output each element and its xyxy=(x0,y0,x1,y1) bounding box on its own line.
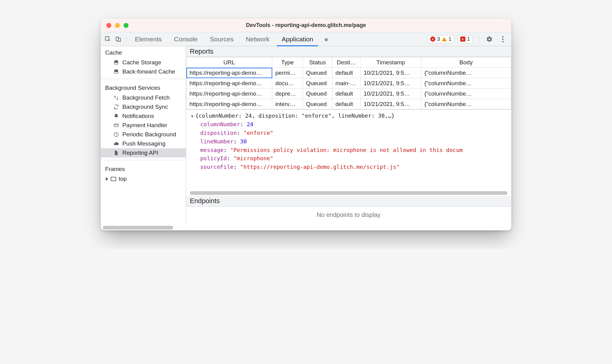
cell-type: interv… xyxy=(272,99,303,109)
inspect-element-icon[interactable] xyxy=(103,32,113,46)
col-destination[interactable]: Desti… xyxy=(332,57,361,68)
cell-type: docu… xyxy=(272,78,303,89)
sidebar-item-notifications[interactable]: Notifications xyxy=(101,112,186,121)
cell-type: permi… xyxy=(272,68,303,78)
settings-icon[interactable] xyxy=(484,36,495,43)
sidebar-item-label: Cache Storage xyxy=(122,59,161,66)
sidebar-item-label: Periodic Background xyxy=(122,131,176,138)
svg-rect-2 xyxy=(118,38,120,41)
cell-body: {"columnNumbe… xyxy=(421,68,511,78)
cell-type: depre… xyxy=(272,89,303,99)
cell-destination: main-… xyxy=(332,78,361,89)
titlebar: DevTools - reporting-api-demo.glitch.me/… xyxy=(101,19,511,32)
cell-status: Queued xyxy=(303,68,332,78)
panel-tabs: Elements Console Sources Network Applica… xyxy=(129,32,333,46)
svg-rect-1 xyxy=(116,37,118,41)
svg-point-4 xyxy=(502,38,503,40)
reports-table: URL Type Status Desti… Timestamp Body ht… xyxy=(186,57,511,109)
tab-sources[interactable]: Sources xyxy=(204,32,240,46)
sidebar-item-cache-storage[interactable]: Cache Storage xyxy=(101,58,186,67)
more-tabs-icon[interactable] xyxy=(319,32,333,46)
credit-card-icon xyxy=(113,122,119,128)
horizontal-scrollbar[interactable] xyxy=(186,190,511,196)
issues-count: 1 xyxy=(467,36,470,42)
cell-url: https://reporting-api-demo… xyxy=(186,78,272,89)
section-cache: Cache xyxy=(101,46,186,58)
sidebar-item-label: Background Fetch xyxy=(122,94,170,101)
col-timestamp[interactable]: Timestamp xyxy=(361,57,421,68)
sidebar-item-label: Notifications xyxy=(122,113,154,119)
sidebar-item-frame-top[interactable]: top xyxy=(101,174,186,184)
tab-console[interactable]: Console xyxy=(168,32,204,46)
col-url[interactable]: URL xyxy=(186,57,272,68)
devtools-window: DevTools - reporting-api-demo.glitch.me/… xyxy=(101,18,511,230)
cell-timestamp: 10/21/2021, 9:5… xyxy=(361,68,421,78)
console-errors-badge[interactable]: × 3 1 xyxy=(427,35,454,43)
scrollbar-thumb[interactable] xyxy=(103,226,173,229)
cloud-icon xyxy=(113,141,119,147)
sidebar-item-background-sync[interactable]: Background Sync xyxy=(101,102,186,112)
cell-timestamp: 10/21/2021, 9:5… xyxy=(361,89,421,99)
scrollbar-thumb[interactable] xyxy=(190,191,507,195)
sidebar-item-payment-handler[interactable]: Payment Handler xyxy=(101,121,186,130)
tab-application[interactable]: Application xyxy=(276,32,319,46)
cell-url: https://reporting-api-demo… xyxy=(186,68,272,78)
sidebar-scrollbar[interactable] xyxy=(101,225,511,230)
sidebar-item-background-fetch[interactable]: Background Fetch xyxy=(101,93,186,102)
sidebar-item-label: top xyxy=(119,176,127,182)
errors-count: 3 xyxy=(437,36,440,42)
cell-status: Queued xyxy=(303,78,332,89)
status-badges: × 3 1 × 1 xyxy=(427,32,509,46)
issues-badge[interactable]: × 1 xyxy=(457,35,473,43)
tab-elements[interactable]: Elements xyxy=(129,32,168,46)
sidebar-item-label: Push Messaging xyxy=(122,140,165,147)
endpoints-empty-state: No endpoints to display xyxy=(186,207,511,225)
report-body-viewer[interactable]: ▼{columnNumber: 24, disposition: "enforc… xyxy=(186,109,511,190)
col-status[interactable]: Status xyxy=(303,57,332,68)
devtools-tabbar: Elements Console Sources Network Applica… xyxy=(101,32,511,46)
col-type[interactable]: Type xyxy=(272,57,303,68)
main-split: Cache Cache Storage Back-forward Cache B… xyxy=(101,46,511,225)
cell-timestamp: 10/21/2021, 9:5… xyxy=(361,99,421,109)
bell-icon xyxy=(113,113,119,119)
table-row[interactable]: https://reporting-api-demo…interv…Queued… xyxy=(186,99,511,109)
table-row[interactable]: https://reporting-api-demo…docu…Queuedma… xyxy=(186,78,511,89)
cell-url: https://reporting-api-demo… xyxy=(186,99,272,109)
kebab-menu-icon[interactable] xyxy=(498,36,508,43)
endpoints-title: Endpoints xyxy=(186,196,511,207)
sidebar-item-label: Back-forward Cache xyxy=(122,68,175,75)
sidebar-item-push-messaging[interactable]: Push Messaging xyxy=(101,139,186,148)
sidebar-item-reporting-api[interactable]: Reporting API xyxy=(101,148,186,157)
issue-icon: × xyxy=(460,36,465,42)
cell-status: Queued xyxy=(303,99,332,109)
collapse-icon[interactable]: ▼ xyxy=(190,114,194,119)
reports-title: Reports xyxy=(186,46,511,57)
cell-body: {"columnNumbe… xyxy=(421,78,511,89)
section-background-services: Background Services xyxy=(101,82,186,93)
cell-timestamp: 10/21/2021, 9:5… xyxy=(361,78,421,89)
sidebar-item-periodic-background-sync[interactable]: Periodic Background xyxy=(101,130,186,139)
frame-icon xyxy=(111,177,116,181)
sync-icon xyxy=(113,104,119,110)
cell-destination: default xyxy=(332,68,361,78)
table-row[interactable]: https://reporting-api-demo…permi…Queuedd… xyxy=(186,68,511,78)
section-frames: Frames xyxy=(101,163,186,174)
svg-point-5 xyxy=(502,41,503,42)
cell-destination: default xyxy=(332,99,361,109)
cell-body: {"columnNumbe… xyxy=(421,89,511,99)
device-toggle-icon[interactable] xyxy=(113,32,124,46)
cell-body: {"columnNumbe… xyxy=(421,99,511,109)
svg-rect-8 xyxy=(114,124,118,127)
sidebar-item-label: Background Sync xyxy=(122,104,168,110)
cell-url: https://reporting-api-demo… xyxy=(186,89,272,99)
sidebar-item-label: Reporting API xyxy=(122,150,158,156)
table-row[interactable]: https://reporting-api-demo…depre…Queuedd… xyxy=(186,89,511,99)
json-summary: {columnNumber: 24, disposition: "enforce… xyxy=(195,112,395,119)
database-icon xyxy=(113,69,119,75)
sidebar-item-back-forward-cache[interactable]: Back-forward Cache xyxy=(101,67,186,76)
sidebar-item-label: Payment Handler xyxy=(122,122,167,129)
col-body[interactable]: Body xyxy=(421,57,511,68)
tab-network[interactable]: Network xyxy=(240,32,276,46)
warning-icon xyxy=(442,37,447,41)
expand-icon xyxy=(106,177,108,181)
